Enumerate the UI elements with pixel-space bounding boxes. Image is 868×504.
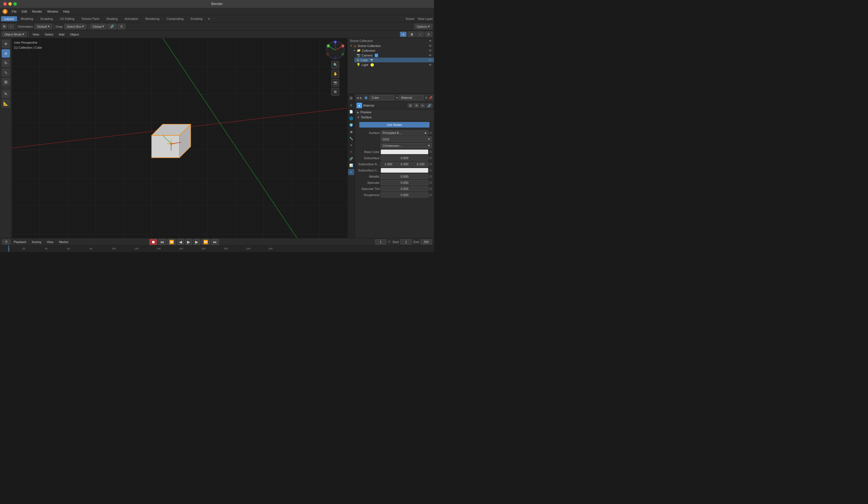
menu-window[interactable]: Window bbox=[45, 9, 60, 14]
minimize-button[interactable] bbox=[8, 2, 12, 6]
timeline-type-btn[interactable]: ⏱ bbox=[2, 239, 10, 245]
roughness-dot[interactable] bbox=[430, 194, 432, 196]
props-tab-output[interactable]: 🖨 bbox=[348, 102, 354, 108]
tab-shading[interactable]: Shading bbox=[103, 16, 121, 21]
shader-dot[interactable] bbox=[430, 132, 432, 134]
material-copy-btn[interactable]: ⧉ bbox=[414, 103, 419, 108]
collection-eye[interactable]: 👁 bbox=[429, 49, 432, 52]
tool-scale[interactable]: ⤡ bbox=[2, 68, 10, 76]
options-btn[interactable]: Options ▾ bbox=[414, 24, 432, 29]
object-menu[interactable]: Object bbox=[68, 32, 81, 37]
material-close-btn[interactable]: ✕ bbox=[425, 96, 427, 99]
subsurface-r-val1[interactable]: 1.000 bbox=[381, 162, 396, 167]
light-eye[interactable]: 👁 bbox=[429, 63, 432, 66]
next-frame-btn[interactable]: ⏩ bbox=[202, 239, 210, 245]
props-nav-left[interactable]: ◀ bbox=[356, 96, 359, 99]
select-menu[interactable]: Select bbox=[42, 32, 56, 37]
grid-btn[interactable]: ⊞ bbox=[331, 88, 339, 96]
viewport-orbit-btn[interactable]: ↔ bbox=[8, 24, 14, 29]
keying-menu[interactable]: Keying bbox=[30, 240, 44, 244]
shader-selector[interactable]: Principled B... ● bbox=[381, 130, 428, 135]
viewport-shading-render[interactable]: ○ bbox=[417, 32, 424, 37]
specular-tint-value[interactable]: 0.000 bbox=[381, 186, 428, 191]
menu-file[interactable]: File bbox=[10, 9, 19, 14]
tab-uv-editing[interactable]: UV Editing bbox=[56, 16, 78, 21]
subsurface-value[interactable]: 0.000 bbox=[381, 155, 428, 161]
subsurface-r-val3[interactable]: 0.100 bbox=[413, 162, 428, 167]
end-frame[interactable]: 250 bbox=[421, 239, 432, 245]
props-tab-constraints[interactable]: 🔗 bbox=[348, 155, 354, 162]
tool-annotate[interactable]: ✎ bbox=[2, 90, 10, 98]
use-nodes-button[interactable]: Use Nodes bbox=[359, 122, 430, 127]
menu-render[interactable]: Render bbox=[30, 9, 44, 14]
scene-collection-eye[interactable]: 👁 bbox=[429, 44, 432, 48]
traffic-lights[interactable] bbox=[3, 2, 17, 6]
play-btn[interactable]: ▶ bbox=[185, 239, 192, 245]
outliner-filter[interactable]: ▼ bbox=[429, 39, 432, 42]
specular-dot[interactable] bbox=[430, 182, 432, 184]
navigation-gizmo[interactable]: X Y Z bbox=[326, 40, 345, 60]
proportional-btn[interactable]: ⊙ bbox=[118, 24, 125, 29]
tool-cursor[interactable]: ✛ bbox=[2, 40, 10, 48]
props-tab-physics[interactable]: ⚛ bbox=[348, 149, 354, 155]
tool-move[interactable]: ⊕ bbox=[2, 49, 10, 58]
record-btn[interactable]: ⏺ bbox=[149, 239, 157, 245]
props-tab-particles[interactable]: ✦ bbox=[348, 142, 354, 148]
tab-modeling[interactable]: Modeling bbox=[17, 16, 37, 21]
metallic-value[interactable]: 0.000 bbox=[381, 174, 428, 179]
material-pin-btn[interactable]: 🔗 bbox=[426, 103, 432, 108]
maximize-button[interactable] bbox=[13, 2, 17, 6]
collection-item[interactable]: ▼ 📁 Collection 👁 bbox=[351, 48, 434, 53]
drag-selector[interactable]: Select Box ▾ bbox=[64, 24, 87, 29]
timeline-ruler[interactable]: 1 20 40 60 80 100 120 140 160 180 200 22… bbox=[0, 246, 434, 252]
surface-section-header[interactable]: ▼ Surface bbox=[355, 115, 434, 120]
base-color-swatch[interactable] bbox=[381, 150, 428, 154]
props-nav-right[interactable]: ▶ bbox=[360, 96, 362, 99]
snapping-btn[interactable]: 🔗 bbox=[108, 24, 117, 29]
material-new-btn[interactable]: ☰ bbox=[408, 103, 413, 108]
playback-menu[interactable]: Playback bbox=[11, 240, 29, 244]
tab-compositing[interactable]: Compositing bbox=[163, 16, 187, 21]
tool-measure[interactable]: 📐 bbox=[2, 99, 10, 108]
camera-eye[interactable]: 👁 bbox=[429, 54, 432, 57]
prev-keyframe-btn[interactable]: ◀ bbox=[177, 239, 184, 245]
view-menu[interactable]: View bbox=[30, 32, 41, 37]
subsurface-dot[interactable] bbox=[430, 157, 432, 159]
base-color-dot[interactable] bbox=[430, 151, 432, 153]
props-tab-data[interactable]: 📊 bbox=[348, 162, 354, 168]
menu-help[interactable]: Help bbox=[61, 9, 72, 14]
distribution-selector[interactable]: GGX ▾ bbox=[381, 136, 432, 142]
props-tab-object[interactable]: ▣ bbox=[348, 128, 354, 135]
view-menu[interactable]: View bbox=[44, 240, 56, 244]
subsurface-r-val2[interactable]: 0.200 bbox=[397, 162, 412, 167]
tab-sculpting[interactable]: Sculpting bbox=[37, 16, 56, 21]
camera-item[interactable]: 📷 Camera 👁 bbox=[354, 53, 434, 58]
props-tab-scene[interactable]: 🌐 bbox=[348, 115, 354, 121]
specular-value[interactable]: 0.000 bbox=[381, 180, 428, 185]
props-tab-modifiers[interactable]: 🔧 bbox=[348, 135, 354, 142]
zoom-in-btn[interactable]: 🔍 bbox=[331, 61, 339, 69]
tab-rendering[interactable]: Rendering bbox=[142, 16, 163, 21]
props-tab-render[interactable]: 🖼 bbox=[348, 95, 354, 101]
roughness-value[interactable]: 0.000 bbox=[381, 193, 428, 197]
skip-end-btn[interactable]: ⏭ bbox=[211, 239, 219, 245]
tab-layout[interactable]: Layout bbox=[1, 16, 17, 21]
preview-section-header[interactable]: ▶ Preview bbox=[355, 110, 434, 115]
mode-selector[interactable]: Object Mode ▾ bbox=[2, 32, 27, 37]
skip-start-btn[interactable]: ⏮ bbox=[158, 239, 166, 245]
current-frame[interactable]: 1 bbox=[375, 239, 386, 245]
material-del-btn[interactable]: ✕ bbox=[420, 103, 425, 108]
props-tab-view-layer[interactable]: 📄 bbox=[348, 109, 354, 115]
viewport-nav-btn[interactable]: ⊕ bbox=[2, 24, 7, 29]
menu-edit[interactable]: Edit bbox=[20, 9, 29, 14]
start-frame[interactable]: 1 bbox=[401, 239, 412, 245]
cube-item[interactable]: ▣ Cube 👁 bbox=[354, 58, 434, 62]
add-workspace-button[interactable]: + bbox=[206, 16, 212, 22]
sss-selector[interactable]: Christensen-... ▾ bbox=[381, 143, 432, 148]
tab-animation[interactable]: Animation bbox=[121, 16, 142, 21]
pin-icon[interactable]: 📌 bbox=[429, 96, 432, 99]
marker-menu[interactable]: Marker bbox=[57, 240, 71, 244]
props-tab-material[interactable]: ● bbox=[348, 169, 354, 175]
viewport-3d[interactable]: User Perspective (1) Collection | Cube X… bbox=[12, 38, 347, 238]
zoom-out-btn[interactable]: ✋ bbox=[331, 70, 339, 78]
